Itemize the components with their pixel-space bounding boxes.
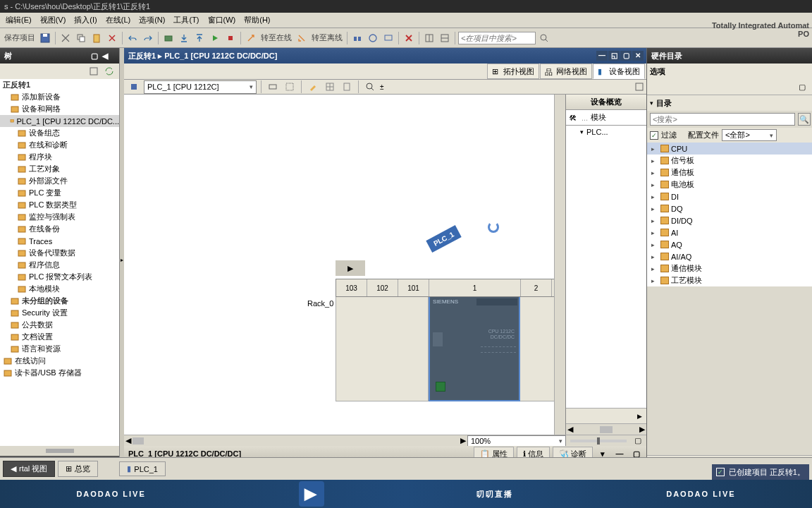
tree-item[interactable]: 设备和网络 [0, 103, 119, 115]
tree-sync-icon[interactable] [102, 64, 116, 78]
go-online-button[interactable]: 转至在线 [259, 32, 293, 43]
plc-label[interactable]: PLC_1 [426, 225, 462, 253]
paste-icon[interactable] [90, 31, 104, 45]
save-icon[interactable] [38, 31, 52, 45]
cut-icon[interactable] [59, 31, 73, 45]
rack-slot[interactable]: 102 [367, 279, 398, 296]
tree-item[interactable]: 添加新设备 [0, 91, 119, 103]
tree-item[interactable]: 未分组的设备 [0, 295, 119, 307]
category-item[interactable]: ▸AI [647, 226, 812, 238]
project-tree[interactable]: 正反转1 添加新设备设备和网络PLC_1 [CPU 1212C DC/DC...… [0, 79, 119, 446]
tree-root[interactable]: 正反转1 [0, 79, 119, 91]
redo-icon[interactable] [141, 31, 155, 45]
rack-slot[interactable]: 3 [552, 279, 554, 296]
show-labels-icon[interactable] [266, 80, 280, 94]
rack-slot[interactable]: 103 [336, 279, 367, 296]
category-item[interactable]: ▸信号板 [647, 155, 812, 167]
overview-row[interactable]: ▾PLC... [566, 126, 646, 138]
catalog-search-input[interactable] [650, 113, 795, 126]
accessible-devices-icon[interactable] [350, 31, 364, 45]
simulation-icon[interactable] [366, 31, 380, 45]
search-next-icon[interactable] [537, 31, 551, 45]
tree-item[interactable]: 语言和资源 [0, 343, 119, 355]
tree-item[interactable]: PLC 报警文本列表 [0, 271, 119, 283]
zoom-icon[interactable] [363, 80, 377, 94]
upload-icon[interactable] [192, 31, 207, 45]
highlight-icon[interactable] [306, 80, 320, 94]
menu-online[interactable]: 在线(L) [102, 15, 135, 25]
overview-scrollbar-h[interactable]: ◀▶ [566, 423, 646, 435]
menu-view[interactable]: 视图(V) [36, 15, 70, 25]
filter-checkbox[interactable]: ✓ [650, 131, 658, 140]
tree-item[interactable]: 在线备份 [0, 223, 119, 235]
rack-slot[interactable]: 101 [398, 279, 429, 296]
canvas-scrollbar-h[interactable]: ◀ ▶ 100% ▢ [124, 435, 646, 446]
undo-icon[interactable] [125, 31, 140, 45]
tree-item[interactable]: 程序块 [0, 151, 119, 163]
canvas-scrollbar-v[interactable] [554, 95, 565, 435]
category-item[interactable]: ▸DQ [647, 202, 812, 214]
tree-item[interactable]: 工艺对象 [0, 163, 119, 175]
tree-item[interactable]: PLC 数据类型 [0, 199, 119, 211]
category-item[interactable]: ▸电池板 [647, 179, 812, 190]
category-item[interactable]: ▸AI/AQ [647, 250, 812, 262]
minimize-icon[interactable]: — [596, 51, 608, 61]
cancel-icon[interactable] [402, 31, 416, 45]
category-list[interactable]: ▸CPU▸信号板▸通信板▸电池板▸DI▸DQ▸DI/DQ▸AI▸AQ▸AI/AQ… [647, 143, 812, 286]
device-nav-icon[interactable] [127, 80, 141, 94]
menu-tools[interactable]: 工具(T) [169, 15, 203, 25]
monitor-icon[interactable] [381, 31, 395, 45]
portal-view-button[interactable]: ◀rtal 视图 [3, 461, 55, 477]
rack-slot[interactable]: 1 [429, 279, 521, 296]
catalog-section[interactable]: ▾目录 [647, 95, 812, 111]
tree-item[interactable]: 本地模块 [0, 283, 119, 295]
plc-tab[interactable]: ▮PLC_1 [119, 461, 166, 476]
overview-tab[interactable]: ⊞总览 [58, 461, 98, 477]
tree-item[interactable]: 监控与强制表 [0, 211, 119, 223]
tree-item[interactable]: 读卡器/USB 存储器 [0, 367, 119, 379]
tree-collapse-icon[interactable] [87, 64, 101, 78]
device-selector[interactable]: PLC_1 [CPU 1212C] [144, 80, 257, 94]
tree-item[interactable]: 公共数据 [0, 319, 119, 331]
split-v-icon[interactable] [438, 31, 452, 45]
project-search-input[interactable] [458, 32, 536, 44]
tree-item[interactable]: 设备代理数据 [0, 247, 119, 259]
grid-icon[interactable] [323, 80, 337, 94]
tree-item[interactable]: 设备组态 [0, 127, 119, 139]
rack-slot[interactable]: 2 [521, 279, 552, 296]
slot-expand-button[interactable]: ▶ [336, 260, 365, 276]
menu-edit[interactable]: 编辑(E) [1, 15, 36, 25]
copy-icon[interactable] [74, 31, 88, 45]
category-item[interactable]: ▸通信模块 [647, 262, 812, 274]
device-canvas[interactable]: PLC_1 Rack_0 ▶ 103102101123 SIEMENS CPU … [124, 95, 554, 435]
tree-item[interactable]: Security 设置 [0, 307, 119, 319]
float-icon[interactable]: ◱ [608, 51, 620, 61]
tree-item[interactable]: 程序信息 [0, 259, 119, 271]
go-online-icon[interactable] [244, 31, 258, 45]
category-item[interactable]: ▸AQ [647, 238, 812, 250]
zoom-selector[interactable]: 100% [467, 435, 566, 447]
zoom-area-icon[interactable] [283, 80, 297, 94]
category-item[interactable]: ▸DI/DQ [647, 214, 812, 226]
options-expand-icon[interactable]: ▢ [795, 80, 809, 94]
page-icon[interactable] [340, 80, 354, 94]
menu-insert[interactable]: 插入(I) [70, 15, 101, 25]
tree-item[interactable]: 外部源文件 [0, 175, 119, 187]
dock-icon[interactable] [632, 80, 646, 94]
go-offline-icon[interactable] [295, 31, 309, 45]
profile-selector[interactable]: <全部> [722, 129, 777, 141]
maximize-icon[interactable]: ▢ [620, 51, 632, 61]
tree-item[interactable]: PLC_1 [CPU 1212C DC/DC... [0, 115, 119, 127]
category-item[interactable]: ▸工艺模块 [647, 274, 812, 286]
stop-icon[interactable] [223, 31, 238, 45]
menu-options[interactable]: 选项(N) [135, 15, 169, 25]
tree-item[interactable]: 在线和诊断 [0, 139, 119, 151]
delete-icon[interactable] [105, 31, 119, 45]
options-section[interactable]: 选项 [647, 64, 812, 79]
split-h-icon[interactable] [422, 31, 436, 45]
tree-item[interactable]: 在线访问 [0, 355, 119, 367]
download-icon[interactable] [177, 31, 191, 45]
tree-item[interactable]: PLC 变量 [0, 187, 119, 199]
plc-device[interactable]: SIEMENS CPU 1212CDC/DC/DC [429, 297, 520, 401]
menu-window[interactable]: 窗口(W) [204, 15, 240, 25]
